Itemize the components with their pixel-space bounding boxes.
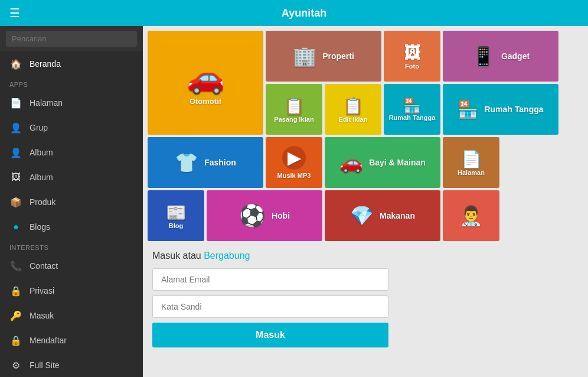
tile-row-1: 🚗 Otomotif 🏢 Properti 📋 Pasang Iklan <box>148 31 583 135</box>
tile-fashion[interactable]: 👕 Fashion <box>148 137 263 188</box>
sidebar-label-privasi: Privasi <box>30 286 54 295</box>
makanan-label: Makanan <box>380 211 415 220</box>
join-link[interactable]: Bergabung <box>204 251 250 261</box>
layout: 🏠 Beranda APPS 📄 Halaman 👤 Grup 👤 Album … <box>0 26 588 377</box>
properti-label: Properti <box>322 51 354 61</box>
fullsite-icon: ⚙ <box>9 359 22 372</box>
extra-icon: 👨‍⚕️ <box>459 204 483 227</box>
page-icon: 📄 <box>9 96 22 109</box>
sidebar-item-halaman[interactable]: 📄 Halaman <box>0 90 143 115</box>
rumah2-label: Rumah Tangga <box>484 105 543 114</box>
login-button[interactable]: Masuk <box>152 323 388 347</box>
sidebar-item-fullsite[interactable]: ⚙ Full Site <box>0 353 143 377</box>
sidebar-label-masuk: Masuk <box>30 311 54 320</box>
properti-icon: 🏢 <box>293 45 316 67</box>
sidebar-label-album2: Album <box>30 173 53 182</box>
fashion-icon: 👕 <box>175 151 198 174</box>
password-input[interactable] <box>152 295 388 318</box>
tile-row-4: 📰 Blog ⚽ Hobi 💎 Makanan 👨‍⚕️ <box>148 190 583 241</box>
edit-icon: 📋 <box>343 96 364 116</box>
photo-icon: 🖼 <box>9 171 22 184</box>
gadget-label: Gadget <box>501 51 530 61</box>
user-icon: 👤 <box>9 146 22 159</box>
halaman-label: Halaman <box>458 169 485 176</box>
musik-icon: ▶ <box>282 146 306 170</box>
login-title-text: Masuk atau <box>152 251 204 261</box>
search-container <box>0 26 143 51</box>
sidebar: 🏠 Beranda APPS 📄 Halaman 👤 Grup 👤 Album … <box>0 26 143 377</box>
sidebar-label-mendaftar: Mendaftar <box>30 336 67 345</box>
tile-rumah-tangga-wide[interactable]: 🏪 Rumah Tangga <box>443 84 558 135</box>
key-icon: 🔑 <box>9 309 22 322</box>
tile-makanan[interactable]: 💎 Makanan <box>325 190 440 241</box>
blog-tile-label: Blog <box>169 222 183 229</box>
lock-icon: 🔒 <box>9 284 22 297</box>
blog-tile-icon: 📰 <box>166 203 187 222</box>
sidebar-section-apps: APPS <box>0 76 143 90</box>
tile-extra[interactable]: 👨‍⚕️ <box>443 190 499 241</box>
product-icon: 📦 <box>9 196 22 209</box>
sidebar-label-blogs: Blogs <box>30 222 50 232</box>
sidebar-item-album2[interactable]: 🖼 Album <box>0 165 143 190</box>
gadget-icon: 📱 <box>472 45 495 67</box>
tile-pasang-iklan[interactable]: 📋 Pasang Iklan <box>266 84 322 135</box>
header: ☰ Ayunitah <box>0 0 588 26</box>
hobi-icon: ⚽ <box>239 203 266 228</box>
sidebar-item-privasi[interactable]: 🔒 Privasi <box>0 278 143 303</box>
tile-row-3: 👕 Fashion ▶ Musik MP3 🚗 Bayi & Mainan 📄 … <box>148 137 583 188</box>
musik-label: Musik MP3 <box>277 172 311 179</box>
tile-blog[interactable]: 📰 Blog <box>148 190 204 241</box>
blog-icon: ● <box>9 220 22 233</box>
tile-foto[interactable]: 🖼 Foto <box>384 31 440 82</box>
sidebar-item-grup[interactable]: 👤 Grup <box>0 115 143 140</box>
sidebar-item-beranda[interactable]: 🏠 Beranda <box>0 51 143 76</box>
phone-icon: 📞 <box>9 259 22 272</box>
rumah2-icon: 🏪 <box>458 100 478 119</box>
halaman-icon: 📄 <box>461 150 482 169</box>
sidebar-item-produk[interactable]: 📦 Produk <box>0 190 143 214</box>
makanan-icon: 💎 <box>350 204 374 227</box>
tile-hobi[interactable]: ⚽ Hobi <box>207 190 322 241</box>
tile-otomotif[interactable]: 🚗 Otomotif <box>148 31 263 135</box>
login-title: Masuk atau Bergabung <box>152 251 579 261</box>
tile-gadget[interactable]: 📱 Gadget <box>443 31 558 82</box>
fashion-label: Fashion <box>204 158 236 167</box>
tile-musik[interactable]: ▶ Musik MP3 <box>266 137 322 188</box>
sidebar-item-blogs[interactable]: ● Blogs <box>0 214 143 239</box>
sidebar-label-beranda: Beranda <box>30 59 61 69</box>
otomotif-icon: 🚗 <box>187 60 225 96</box>
main-content: 🚗 Otomotif 🏢 Properti 📋 Pasang Iklan <box>143 26 588 377</box>
sidebar-label-produk: Produk <box>30 197 55 207</box>
tile-rumah-tangga[interactable]: 🏪 Rumah Tangga <box>384 84 440 135</box>
tile-bayi[interactable]: 🚗 Bayi & Mainan <box>325 137 440 188</box>
sidebar-item-album1[interactable]: 👤 Album <box>0 140 143 165</box>
sidebar-label-fullsite: Full Site <box>30 360 60 370</box>
sidebar-item-mendaftar[interactable]: 🔒 Mendaftar <box>0 328 143 353</box>
rumah-label: Rumah Tangga <box>387 114 438 121</box>
rumah-icon: 🏪 <box>403 98 421 114</box>
menu-icon[interactable]: ☰ <box>9 6 20 20</box>
tiles-grid: 🚗 Otomotif 🏢 Properti 📋 Pasang Iklan <box>148 31 583 241</box>
email-input[interactable] <box>152 268 388 291</box>
sidebar-item-masuk[interactable]: 🔑 Masuk <box>0 303 143 328</box>
header-title: Ayunitah <box>30 7 579 20</box>
sidebar-label-album1: Album <box>30 148 53 157</box>
group-icon: 👤 <box>9 121 22 134</box>
foto-label: Foto <box>405 63 419 70</box>
bayi-icon: 🚗 <box>339 151 363 174</box>
tile-halaman[interactable]: 📄 Halaman <box>443 137 499 188</box>
tile-edit-iklan[interactable]: 📋 Edit Iklan <box>325 84 381 135</box>
sidebar-label-halaman: Halaman <box>30 98 63 108</box>
home-icon: 🏠 <box>9 57 22 70</box>
sidebar-label-contact: Contact <box>30 261 58 271</box>
register-icon: 🔒 <box>9 334 22 347</box>
sidebar-item-contact[interactable]: 📞 Contact <box>0 254 143 278</box>
search-input[interactable] <box>6 31 137 47</box>
foto-icon: 🖼 <box>404 43 420 63</box>
tile-properti[interactable]: 🏢 Properti <box>266 31 381 82</box>
sidebar-label-grup: Grup <box>30 123 48 132</box>
bayi-label: Bayi & Mainan <box>369 158 426 167</box>
edit-label: Edit Iklan <box>339 116 368 123</box>
pasang-icon: 📋 <box>284 96 305 116</box>
login-section: Masuk atau Bergabung Masuk <box>148 241 583 357</box>
